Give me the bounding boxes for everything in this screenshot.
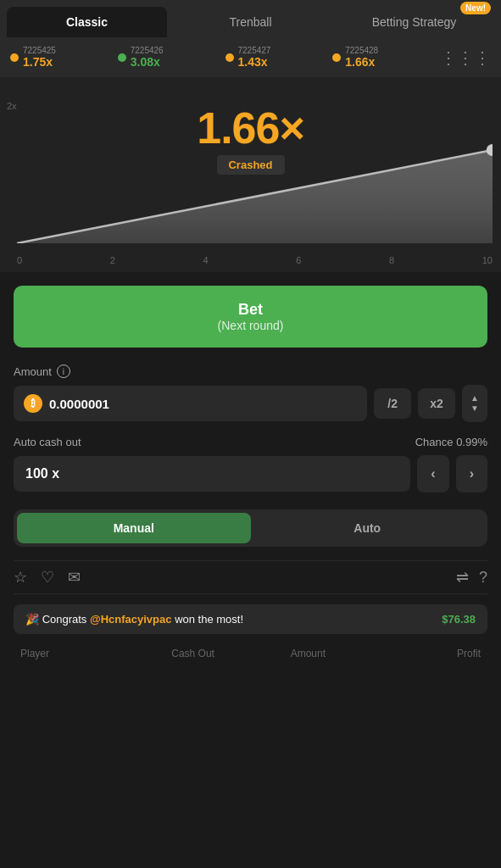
grid-icon[interactable]: ⋮⋮⋮ bbox=[440, 47, 491, 68]
x-label-10: 10 bbox=[482, 255, 493, 265]
new-badge: New! bbox=[460, 2, 491, 14]
bet-button-label: Bet bbox=[29, 301, 472, 319]
nav-prev-button[interactable]: ‹ bbox=[417, 455, 448, 492]
half-button[interactable]: /2 bbox=[374, 388, 411, 419]
auto-cashout-x-suffix: x bbox=[52, 466, 59, 481]
x-label-4: 4 bbox=[203, 255, 209, 265]
congrats-bar: 🎉 Congrats @Hcnfacyivpac won the most! $… bbox=[14, 604, 487, 634]
x-label-0: 0 bbox=[17, 255, 22, 265]
history-item-0[interactable]: 7225425 1.75x bbox=[10, 46, 108, 69]
stepper-down-icon: ▼ bbox=[470, 404, 479, 413]
history-mult-0: 1.75x bbox=[23, 55, 56, 69]
history-mult-1: 3.08x bbox=[131, 55, 164, 69]
auto-cashout-header: Auto cash out Chance 0.99% bbox=[14, 436, 487, 448]
auto-cashout-input[interactable]: 100 x bbox=[14, 456, 410, 492]
chance-value: 0.99% bbox=[456, 436, 487, 448]
history-row: 7225425 1.75x 7225426 3.08x 7225427 1.43… bbox=[0, 37, 501, 77]
send-icon[interactable]: ✉ bbox=[68, 568, 81, 587]
congrats-user[interactable]: @Hcnfacyivpac bbox=[90, 613, 172, 626]
main-content: Bet (Next round) Amount i ₿ 0.0000001 /2… bbox=[0, 272, 501, 676]
history-dot-0 bbox=[10, 53, 19, 62]
shuffle-icon[interactable]: ⇌ bbox=[456, 568, 469, 587]
chart-crashed-label: Crashed bbox=[216, 155, 284, 175]
history-item-2[interactable]: 7225427 1.43x bbox=[225, 46, 323, 69]
stepper-button[interactable]: ▲ ▼ bbox=[462, 385, 487, 422]
history-item-1[interactable]: 7225426 3.08x bbox=[118, 46, 215, 69]
history-mult-2: 1.43x bbox=[238, 55, 271, 69]
x-label-8: 8 bbox=[389, 255, 394, 265]
btc-icon: ₿ bbox=[24, 394, 42, 413]
chance-label: Chance 0.99% bbox=[415, 436, 487, 448]
history-round-2: 7225427 bbox=[238, 46, 271, 55]
help-icon[interactable]: ? bbox=[479, 569, 487, 587]
history-dot-2 bbox=[225, 53, 234, 62]
chart-multiplier: 1.66× bbox=[197, 103, 304, 153]
history-item-3[interactable]: 7225428 1.66x bbox=[332, 46, 430, 69]
nav-next-button[interactable]: › bbox=[456, 455, 487, 492]
history-round-3: 7225428 bbox=[345, 46, 378, 55]
chart-area: 2x 1.66× Crashed 0 2 4 6 8 10 bbox=[0, 77, 501, 272]
amount-info-icon[interactable]: i bbox=[57, 364, 70, 378]
heart-icon[interactable]: ♡ bbox=[41, 568, 54, 587]
amount-input-wrapper[interactable]: ₿ 0.0000001 bbox=[14, 386, 367, 421]
amount-label: Amount i bbox=[14, 364, 487, 378]
mode-tab-auto[interactable]: Auto bbox=[251, 513, 485, 543]
tab-classic[interactable]: Classic bbox=[7, 7, 167, 37]
col-player: Player bbox=[20, 648, 136, 659]
chart-y-label: 2x bbox=[7, 101, 17, 111]
x-label-2: 2 bbox=[110, 255, 115, 265]
auto-cashout-label: Auto cash out bbox=[14, 436, 81, 448]
mode-tab-manual[interactable]: Manual bbox=[17, 513, 251, 543]
history-round-1: 7225426 bbox=[131, 46, 164, 55]
auto-cashout-row: 100 x ‹ › bbox=[14, 455, 487, 492]
mode-tabs: Manual Auto bbox=[14, 509, 487, 547]
amount-row: ₿ 0.0000001 /2 x2 ▲ ▼ bbox=[14, 385, 487, 422]
bottom-icons: ☆ ♡ ✉ ⇌ ? bbox=[14, 560, 487, 594]
amount-value: 0.0000001 bbox=[49, 397, 109, 411]
double-button[interactable]: x2 bbox=[418, 388, 455, 419]
bet-button-sublabel: (Next round) bbox=[29, 319, 472, 332]
col-profit: Profit bbox=[365, 648, 481, 659]
bet-button[interactable]: Bet (Next round) bbox=[14, 286, 487, 348]
table-header: Player Cash Out Amount Profit bbox=[14, 644, 487, 663]
col-amount: Amount bbox=[251, 648, 366, 659]
tab-trenball[interactable]: Trenball bbox=[170, 7, 331, 37]
tabs-container: Classic Trenball Betting Strategy New! bbox=[0, 0, 501, 37]
col-cashout: Cash Out bbox=[136, 648, 251, 659]
congrats-text: 🎉 Congrats @Hcnfacyivpac won the most! bbox=[25, 613, 243, 626]
history-dot-1 bbox=[118, 53, 126, 62]
star-icon[interactable]: ☆ bbox=[14, 568, 27, 587]
history-dot-3 bbox=[332, 53, 341, 62]
congrats-amount: $76.38 bbox=[442, 613, 476, 626]
tab-betting-strategy[interactable]: Betting Strategy New! bbox=[334, 7, 494, 37]
history-mult-3: 1.66x bbox=[345, 55, 378, 69]
x-label-6: 6 bbox=[296, 255, 301, 265]
chart-x-labels: 0 2 4 6 8 10 bbox=[17, 255, 493, 265]
stepper-up-icon: ▲ bbox=[470, 394, 479, 403]
history-round-0: 7225425 bbox=[23, 46, 56, 55]
